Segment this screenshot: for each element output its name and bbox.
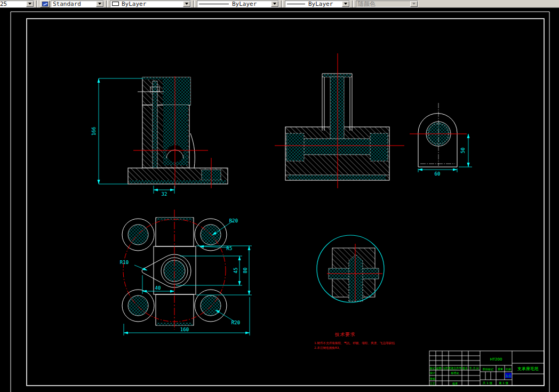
stage-label: 阶段标记	[483, 367, 493, 371]
cad-window: 25 Standard ByLayer ByLayer ByLayer 随颜色	[0, 0, 559, 392]
notes-line-1: 1.铸件不允许有裂纹、气孔、砂眼、缩松、夹渣、飞边等缺陷	[314, 341, 395, 345]
process-label: 工艺	[430, 382, 435, 385]
color-control-combo[interactable]: ByLayer	[110, 1, 191, 7]
drawing-canvas[interactable]: 166 32	[0, 0, 559, 392]
object-properties-toolbar: 25 Standard ByLayer ByLayer ByLayer 随颜色	[0, 0, 559, 8]
text-height-value: 25	[0, 1, 26, 7]
revision-header-mark: 标记	[429, 366, 435, 370]
chevron-down-icon	[410, 1, 418, 7]
text-style-icon	[42, 2, 48, 6]
technical-notes: 技术要求 1.铸件不允许有裂纹、气孔、砂眼、缩松、夹渣、飞边等缺陷 2.未注铸造…	[314, 332, 395, 350]
linetype-sample-icon	[199, 4, 229, 4]
lineweight-value: ByLayer	[308, 1, 333, 7]
color-value: ByLayer	[122, 1, 146, 7]
dim-plan-160: 160	[180, 327, 189, 332]
notes-line-2: 2.未注铸造圆角R3。	[314, 346, 342, 350]
dim-plan-45: 45	[233, 268, 238, 274]
lineweight-control-combo[interactable]: ByLayer	[285, 1, 350, 7]
material-value: HT200	[490, 357, 502, 362]
notes-title: 技术要求	[334, 332, 355, 337]
lineweight-sample-icon	[287, 4, 305, 4]
plan-view	[122, 210, 227, 330]
toolbar-separator	[352, 1, 354, 7]
chevron-down-icon[interactable]	[271, 1, 278, 7]
title-block: 标记 处数 分区 更改文件号 签名 年.月.日 设计 标准化 审核 工艺 批准 …	[429, 351, 544, 386]
color-swatch	[112, 2, 119, 6]
revision-header-date: 年.月.日	[469, 366, 479, 370]
scale-label: 比例	[506, 367, 511, 371]
dim-plan-r20-bottom: R20	[231, 320, 240, 325]
paper-frame	[11, 12, 549, 392]
dim-front-base: 32	[162, 191, 167, 197]
revision-header-doc: 更改文件号	[449, 366, 462, 370]
text-style-value: Standard	[51, 1, 96, 7]
dim-plan-r20-top: R20	[229, 218, 238, 223]
revision-header-zone: 分区	[443, 366, 448, 370]
toolbar-separator	[281, 1, 283, 7]
side-section-view	[275, 53, 404, 188]
sheet-total: 共 1 张	[482, 381, 492, 385]
text-style-combo[interactable]: Standard	[51, 1, 104, 7]
text-style-button[interactable]	[40, 1, 50, 7]
end-view	[410, 103, 467, 167]
dim-plan-80: 80	[243, 268, 248, 274]
standardize-label: 标准化	[451, 371, 459, 375]
revision-header-sign: 签名	[462, 366, 468, 370]
dim-end-center: 50	[460, 148, 466, 154]
toolbar-separator	[106, 1, 108, 7]
chevron-down-icon[interactable]	[96, 1, 103, 7]
dim-plan-r5: R5	[227, 246, 233, 251]
sheet-number: 第 1 张	[499, 381, 508, 385]
front-section-view	[128, 76, 228, 188]
dim-front-height: 166	[91, 127, 97, 135]
dim-plan-40: 40	[155, 285, 161, 291]
detail-view	[317, 235, 384, 302]
revision-header-count: 处数	[436, 366, 442, 370]
plotstyle-control-combo: 随颜色	[356, 1, 418, 7]
chevron-down-icon[interactable]	[183, 1, 190, 7]
approve-label: 批准	[452, 382, 458, 386]
dim-end-width: 60	[435, 171, 441, 177]
plotstyle-value: 随颜色	[356, 1, 410, 7]
dim-plan-r10: R10	[120, 260, 129, 265]
weight-label: 重量	[498, 367, 503, 371]
scale-value: 1:1	[506, 374, 511, 378]
linetype-control-combo[interactable]: ByLayer	[197, 1, 279, 7]
check-label: 审核	[430, 377, 435, 380]
chevron-down-icon[interactable]	[342, 1, 349, 7]
toolbar-separator	[193, 1, 195, 7]
text-height-combo[interactable]: 25	[0, 1, 34, 7]
linetype-value: ByLayer	[232, 1, 257, 7]
toolbar-separator	[36, 1, 38, 7]
part-name: 支承座毛坯	[517, 366, 539, 371]
design-label: 设计	[429, 371, 435, 374]
chevron-down-icon[interactable]	[26, 1, 34, 7]
